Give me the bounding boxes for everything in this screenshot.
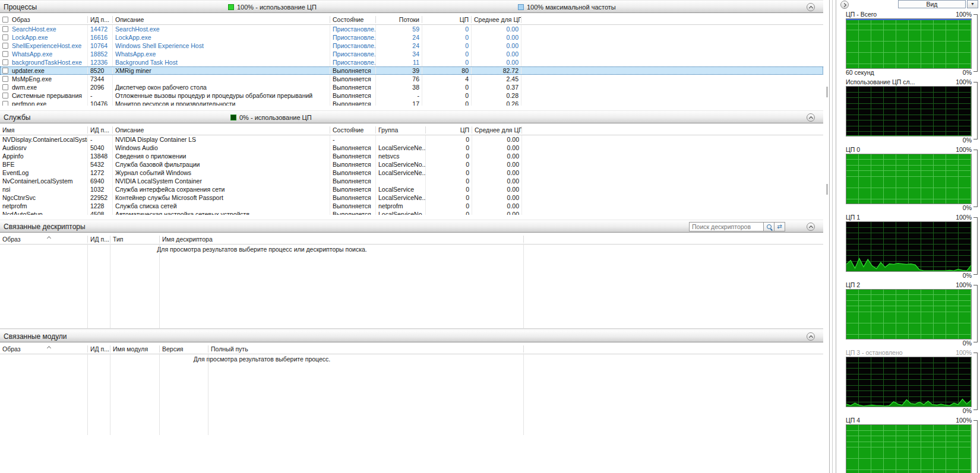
column-version[interactable]: Версия — [160, 345, 208, 353]
service-pid: 5040 — [88, 144, 113, 152]
row-checkbox[interactable] — [2, 34, 8, 40]
column-group[interactable]: Группа — [376, 126, 426, 134]
collapse-panel-chevron-icon[interactable] — [840, 1, 849, 9]
service-row[interactable]: netprofm1228Служба списка сетейВыполняет… — [0, 202, 823, 210]
service-group: LocalService — [376, 185, 426, 193]
row-checkbox[interactable] — [2, 51, 8, 57]
process-cpu: 0 — [422, 91, 472, 100]
cpu-graph — [846, 357, 972, 407]
cpu-graph-block: ЦП - Всего100%60 секунд0% — [846, 11, 972, 77]
service-cpu: 0 — [426, 160, 472, 169]
search-go-button[interactable]: ⇄ — [774, 222, 785, 231]
process-row[interactable]: LockApp.exe16616LockApp.exeПриостановле.… — [0, 33, 823, 42]
column-threads[interactable]: Потоки — [376, 16, 422, 23]
service-cpu: 0 — [426, 135, 472, 144]
service-name: NVDisplay.ContainerLocalSystem — [0, 135, 88, 144]
handle-search-input[interactable] — [689, 222, 764, 231]
column-pid[interactable]: ИД п... — [88, 345, 110, 353]
column-name[interactable]: Имя — [0, 126, 88, 134]
row-checkbox[interactable] — [2, 43, 8, 49]
processes-scrollbar-thumb[interactable] — [826, 87, 828, 97]
collapse-chevron-icon[interactable] — [807, 332, 815, 341]
service-row[interactable]: Audiosrv5040Windows AudioВыполняетсяLoca… — [0, 144, 823, 152]
column-status[interactable]: Состояние — [330, 126, 376, 134]
handles-column-header[interactable]: Образ ИД п... Тип Имя дескриптора — [0, 233, 823, 245]
column-avg-cpu[interactable]: Среднее для ЦП — [472, 16, 521, 23]
service-row[interactable]: NVDisplay.ContainerLocalSystem-NVIDIA Di… — [0, 135, 823, 144]
row-checkbox[interactable] — [2, 101, 8, 106]
service-row[interactable]: NcdAutoSetup4508Автоматическая настройка… — [0, 210, 823, 215]
service-row[interactable]: EventLog1272Журнал событий WindowsВыполн… — [0, 169, 823, 177]
service-row[interactable]: BFE5432Служба базовой фильтрацииВыполняе… — [0, 160, 823, 169]
column-pid[interactable]: ИД п... — [88, 236, 110, 243]
process-pid: 18852 — [88, 50, 113, 58]
services-section-header[interactable]: Службы 0% - использование ЦП — [0, 110, 823, 123]
service-row[interactable]: NgcCtnrSvc22952Контейнер службы Microsof… — [0, 193, 823, 202]
column-type[interactable]: Тип — [110, 236, 160, 243]
view-button[interactable]: Вид — [898, 0, 966, 8]
service-description: Журнал событий Windows — [113, 169, 330, 177]
process-row[interactable]: SearchHost.exe14472SearchHost.exeПриоста… — [0, 25, 823, 33]
processes-column-header[interactable]: Образ ИД п... Описание Состояние Потоки … — [0, 13, 823, 25]
column-module-name[interactable]: Имя модуля — [110, 345, 160, 353]
row-checkbox[interactable] — [2, 59, 8, 65]
graph-title: ЦП 0 — [846, 146, 860, 154]
column-full-path[interactable]: Полный путь — [208, 345, 524, 353]
view-dropdown-arrow-icon[interactable]: ▼ — [967, 0, 978, 8]
panel-splitter[interactable] — [829, 0, 836, 473]
cpu-graph — [846, 86, 972, 136]
cpu-graph-block: ЦП 4100%0% — [846, 417, 972, 473]
process-row[interactable]: dwm.exe2096Диспетчер окон рабочего стола… — [0, 83, 823, 91]
service-status: Выполняется — [330, 144, 376, 152]
column-image[interactable]: Образ — [0, 16, 88, 23]
process-avg-cpu: 0.00 — [472, 25, 521, 33]
column-image[interactable]: Образ — [0, 345, 88, 353]
search-button[interactable] — [764, 222, 774, 231]
processes-table-body: SearchHost.exe14472SearchHost.exeПриоста… — [0, 25, 823, 106]
column-description[interactable]: Описание — [113, 126, 330, 134]
process-row[interactable]: ShellExperienceHost.exe10764Windows Shel… — [0, 42, 823, 50]
row-checkbox[interactable] — [2, 76, 8, 82]
graph-ymin-label: 0% — [963, 136, 972, 144]
column-cpu[interactable]: ЦП — [422, 16, 472, 23]
services-column-header[interactable]: Имя ИД п... Описание Состояние Группа ЦП… — [0, 123, 823, 135]
process-row[interactable]: perfmon.exe10476Монитор ресурсов и произ… — [0, 100, 823, 106]
process-cpu: 0 — [422, 50, 472, 58]
column-pid[interactable]: ИД п... — [88, 16, 113, 23]
service-group: netsvcs — [376, 152, 426, 160]
modules-section-header[interactable]: Связанные модули — [0, 329, 823, 342]
service-row[interactable]: NvContainerLocalSystem6940NVIDIA LocalSy… — [0, 177, 823, 185]
collapse-chevron-icon[interactable] — [807, 3, 815, 11]
graph-scale-bracket — [973, 217, 978, 275]
process-row[interactable]: updater.exe8520XMRig minerВыполняется398… — [0, 66, 823, 75]
service-row[interactable]: nsi1032Служба интерфейса сохранения сети… — [0, 185, 823, 193]
process-row[interactable]: WhatsApp.exe18852WhatsApp.exeПриостановл… — [0, 50, 823, 58]
column-image[interactable]: Образ — [0, 236, 88, 243]
column-status[interactable]: Состояние — [330, 16, 376, 23]
column-pid[interactable]: ИД п... — [88, 126, 113, 134]
process-row[interactable]: MsMpEng.exe7344Выполняется7642.45 — [0, 75, 823, 83]
sort-asc-icon — [47, 236, 51, 240]
collapse-chevron-icon[interactable] — [807, 113, 815, 122]
row-checkbox[interactable] — [2, 93, 8, 99]
column-handle-name[interactable]: Имя дескриптора — [160, 236, 524, 243]
collapse-chevron-icon[interactable] — [807, 223, 815, 231]
process-row[interactable]: Системные прерывания-Отложенные вызовы п… — [0, 91, 823, 100]
processes-section-header[interactable]: Процессы 100% - использование ЦП 100% ма… — [0, 0, 823, 13]
row-checkbox[interactable] — [2, 68, 8, 74]
modules-column-header[interactable]: Образ ИД п... Имя модуля Версия Полный п… — [0, 342, 823, 354]
service-status: Выполняется — [330, 169, 376, 177]
process-row[interactable]: backgroundTaskHost.exe12336Background Ta… — [0, 58, 823, 66]
row-checkbox[interactable] — [2, 84, 8, 90]
handles-section-header[interactable]: Связанные дескрипторы ⇄ — [0, 220, 823, 233]
select-all-checkbox[interactable] — [2, 17, 8, 23]
service-row[interactable]: Appinfo13848Сведения о приложенииВыполня… — [0, 152, 823, 160]
column-avg-cpu[interactable]: Среднее для ЦП — [472, 126, 522, 134]
services-scrollbar-thumb[interactable] — [826, 184, 828, 195]
column-description[interactable]: Описание — [113, 16, 330, 23]
row-checkbox[interactable] — [2, 26, 8, 32]
section-services: Службы 0% - использование ЦП Имя ИД п...… — [0, 110, 823, 218]
process-pid: - — [88, 91, 113, 100]
service-group: LocalServiceNe... — [376, 193, 426, 202]
column-cpu[interactable]: ЦП — [426, 126, 472, 134]
